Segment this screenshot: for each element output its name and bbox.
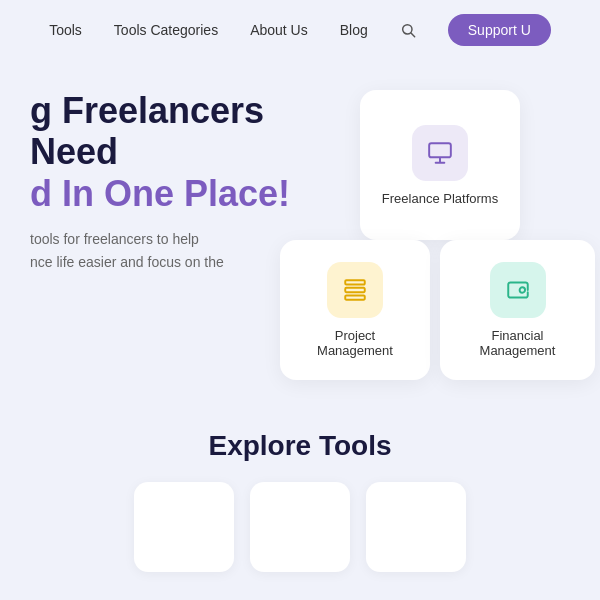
nav-link-tools-categories[interactable]: Tools Categories (114, 22, 218, 38)
explore-card-2[interactable] (250, 482, 350, 572)
main-nav: Tools Tools Categories About Us Blog Sup… (0, 0, 600, 60)
svg-rect-2 (429, 143, 451, 157)
nav-link-blog[interactable]: Blog (340, 22, 368, 38)
card-financial-management[interactable]: Financial Management (440, 240, 595, 380)
support-button[interactable]: Support U (448, 14, 551, 46)
search-icon[interactable] (400, 22, 416, 38)
nav-link-tools[interactable]: Tools (49, 22, 82, 38)
explore-card-3[interactable] (366, 482, 466, 572)
card-freelance-platforms[interactable]: Freelance Platforms (360, 90, 520, 240)
card-financial-management-label: Financial Management (460, 328, 575, 358)
financial-management-icon (490, 262, 546, 318)
svg-point-6 (519, 287, 524, 292)
hero-text: g Freelancers Need d In One Place! tools… (30, 90, 330, 273)
svg-rect-3 (345, 280, 365, 284)
hero-title: g Freelancers Need d In One Place! (30, 90, 330, 214)
explore-section: Explore Tools (0, 400, 600, 588)
explore-title: Explore Tools (24, 430, 576, 462)
freelance-platforms-icon (412, 125, 468, 181)
project-management-icon (327, 262, 383, 318)
card-freelance-platforms-label: Freelance Platforms (382, 191, 498, 206)
nav-link-about-us[interactable]: About Us (250, 22, 308, 38)
card-project-management-label: Project Management (300, 328, 410, 358)
svg-rect-4 (345, 288, 365, 292)
hero-subtitle-line2: nce life easier and focus on the (30, 254, 224, 270)
svg-line-1 (411, 33, 415, 37)
hero-subtitle: tools for freelancers to help nce life e… (30, 228, 330, 273)
hero-section: g Freelancers Need d In One Place! tools… (0, 60, 600, 400)
explore-card-1[interactable] (134, 482, 234, 572)
hero-title-line1: g Freelancers Need (30, 90, 264, 172)
hero-subtitle-line1: tools for freelancers to help (30, 231, 199, 247)
explore-cards-row (24, 482, 576, 572)
svg-rect-5 (345, 295, 365, 299)
hero-title-highlight: d In One Place! (30, 173, 290, 214)
